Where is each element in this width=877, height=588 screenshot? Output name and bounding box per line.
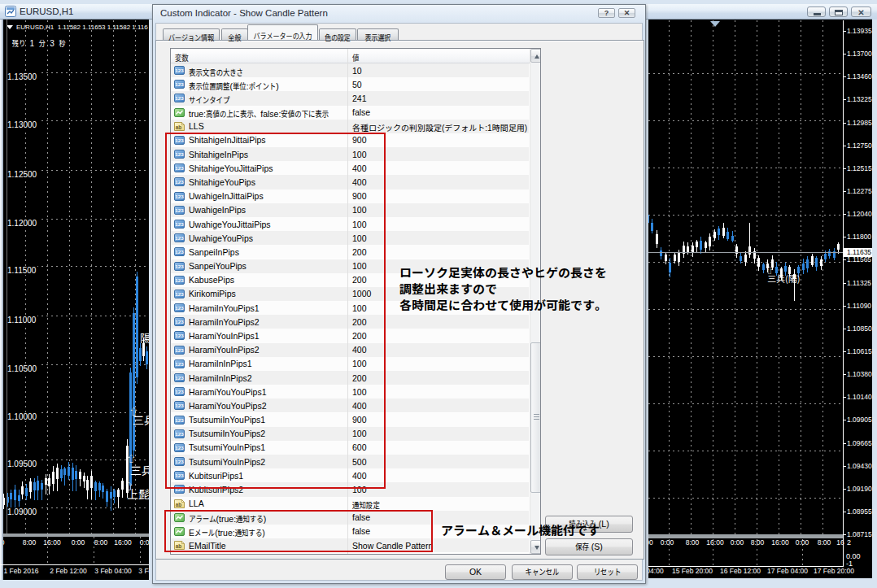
svg-text:123: 123 — [175, 68, 184, 73]
svg-text:123: 123 — [175, 81, 184, 87]
svg-text:123: 123 — [175, 95, 184, 101]
svg-text:ab: ab — [176, 501, 182, 507]
svg-text:ab: ab — [176, 124, 182, 129]
